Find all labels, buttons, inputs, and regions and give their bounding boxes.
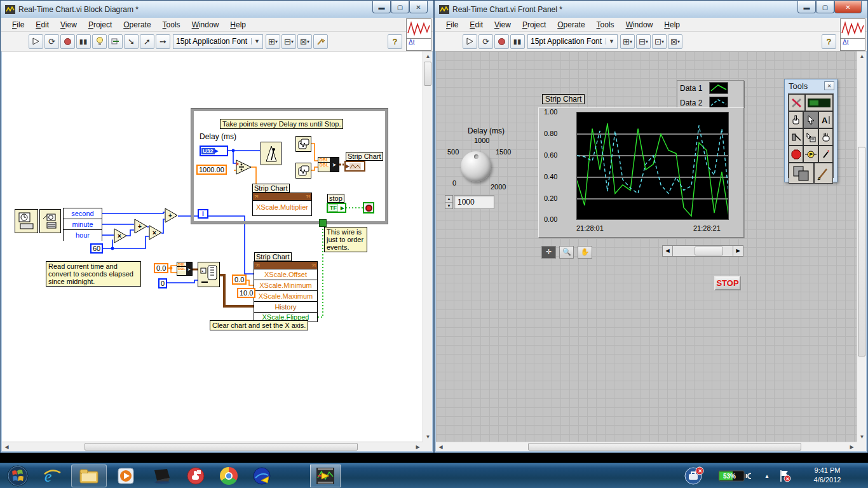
connect-wire-tool[interactable] [789, 128, 803, 146]
set-color-tool[interactable] [789, 163, 814, 184]
zero-float-constant[interactable]: 0.0 [154, 263, 168, 273]
tray-show-hidden-icons[interactable]: ▲ [760, 464, 774, 487]
menu-help[interactable]: Help [658, 19, 686, 30]
knob-value-display[interactable]: 1000 [454, 195, 494, 209]
maximize-button[interactable]: ▢ [816, 1, 834, 13]
loop-condition-terminal[interactable] [363, 202, 374, 214]
unbundle-minute[interactable]: minute [64, 219, 102, 230]
title-bar[interactable]: Real-Time Chart.vi Front Panel * ▬ ▢ ✕ [435, 1, 867, 18]
unbundle-second[interactable]: second [64, 208, 102, 219]
tray-action-center-flag[interactable]: ✕ [776, 464, 793, 487]
probe-tool[interactable]: P [803, 146, 818, 163]
close-button[interactable]: ✕ [409, 1, 428, 13]
resize-grip[interactable] [423, 442, 432, 451]
menu-edit[interactable]: Edit [30, 19, 55, 30]
horizontal-scrollbar[interactable]: ◀ ▶ [2, 442, 423, 451]
vertical-scrollbar[interactable]: ▲ ▼ [857, 51, 866, 442]
clear-comment[interactable]: Clear chart and set the X axis. [210, 320, 308, 330]
font-selector[interactable]: 15pt Application Font▼ [527, 34, 618, 49]
distribute-objects-button[interactable]: ⊟▾ [281, 34, 296, 49]
loop-comment[interactable]: Take points every Delay ms until Stop. [220, 119, 343, 129]
main-node-title[interactable]: Strip Chart [254, 252, 292, 261]
stop-button[interactable]: STOP [714, 276, 741, 290]
run-button[interactable] [463, 34, 477, 49]
step-over-button[interactable]: ➚ [140, 34, 154, 49]
menu-project[interactable]: Project [517, 19, 552, 30]
taskbar-thinkvantage-app[interactable] [149, 464, 174, 487]
tray-clock-date[interactable]: 4/6/2012 [802, 476, 853, 484]
color-copy-tool[interactable] [818, 146, 833, 163]
pause-button[interactable]: ▮▮ [76, 34, 91, 49]
menu-operate[interactable]: Operate [118, 19, 156, 30]
loop-chart-terminal-label[interactable]: Strip Chart [346, 152, 383, 161]
minimize-button[interactable]: ▬ [797, 1, 816, 13]
multiplier-row[interactable]: XScale.Multiplier [253, 201, 311, 215]
prop-xscale-minimum[interactable]: XScale.Minimum [254, 280, 317, 291]
reorder-button[interactable]: ⊠▾ [668, 34, 682, 49]
horizontal-scrollbar[interactable]: ◀ ▶ [436, 442, 857, 451]
taskbar-blue-app[interactable] [249, 464, 275, 487]
menu-view[interactable]: View [489, 19, 517, 30]
wait-ms-node[interactable] [261, 142, 281, 165]
abort-button[interactable] [494, 34, 509, 49]
random-number-node-1[interactable] [295, 136, 311, 152]
multiplier-property-node[interactable]: ?!?! XScale.Multiplier [252, 193, 312, 216]
shortcut-menu-tool[interactable] [803, 128, 818, 146]
menu-window[interactable]: Window [186, 19, 225, 30]
knob-value-spinner[interactable]: ▲ ▼ [445, 195, 453, 209]
xmax-constant[interactable]: 10.0 [237, 288, 255, 298]
auto-tool-button[interactable] [789, 94, 805, 111]
taskbar-labview[interactable] [310, 464, 341, 487]
block-diagram-canvas[interactable]: Take points every Delay ms until Stop. D… [2, 51, 423, 442]
delay-terminal-label[interactable]: Delay (ms) [200, 132, 236, 141]
cursor-movement-button[interactable]: ✛ [541, 246, 556, 259]
prop-history[interactable]: History [254, 302, 317, 313]
cleanup-diagram-button[interactable] [313, 34, 328, 49]
datetime-to-record-node[interactable] [39, 209, 61, 233]
divide-constant[interactable]: 1000.00 [196, 165, 227, 175]
loop-tunnel[interactable] [319, 219, 327, 227]
align-objects-button[interactable]: ⊞▾ [620, 34, 635, 49]
menu-file[interactable]: File [440, 19, 464, 30]
menu-help[interactable]: Help [224, 19, 252, 30]
stop-terminal-label[interactable]: stop [327, 194, 344, 203]
zoom-button[interactable]: 🔍 [559, 246, 574, 259]
time-comment[interactable]: Read current time and convert to seconds… [46, 261, 141, 287]
delay-u32-terminal[interactable]: U32 ▶ [200, 146, 228, 156]
zero-int-constant[interactable]: 0 [158, 278, 167, 288]
sixty-constant[interactable]: 60 [90, 243, 103, 254]
menu-file[interactable]: File [6, 19, 30, 30]
start-button[interactable] [5, 464, 31, 487]
menu-tools[interactable]: Tools [157, 19, 186, 30]
align-objects-button[interactable]: ⊞▾ [266, 34, 280, 49]
xmin-constant[interactable]: 0.0 [232, 274, 247, 285]
menu-tools[interactable]: Tools [591, 19, 620, 30]
close-button[interactable]: ✕ [834, 1, 862, 13]
strip-chart-terminal[interactable]: ▶ [344, 161, 365, 172]
taskbar-chrome[interactable] [216, 464, 241, 487]
divide-node[interactable] [236, 159, 252, 175]
tools-palette-close-button[interactable]: ✕ [824, 81, 834, 90]
run-button[interactable] [29, 34, 43, 49]
menu-view[interactable]: View [55, 19, 83, 30]
random-number-node-2[interactable] [295, 163, 311, 179]
step-into-button[interactable]: ➘ [124, 34, 139, 49]
unbundle-hour[interactable]: hour [64, 230, 102, 241]
taskbar-simpletap-app[interactable] [183, 464, 208, 487]
menu-project[interactable]: Project [83, 19, 118, 30]
resize-objects-button[interactable]: ⊡▾ [652, 34, 667, 49]
bundle-node-loop[interactable]: DBL DBL ➤ [318, 157, 339, 172]
prop-xscale-offset[interactable]: XScale.Offset [254, 269, 317, 280]
reorder-button[interactable]: ⊠▾ [297, 34, 312, 49]
loop-iteration-terminal[interactable]: i [198, 209, 208, 219]
delay-knob[interactable] [461, 151, 491, 182]
font-selector[interactable]: 15pt Application Font▼ [173, 34, 263, 49]
tray-maintenance-icon[interactable]: ✕ [681, 464, 707, 487]
taskbar-internet-explorer[interactable]: e [39, 464, 65, 487]
tray-battery-indicator[interactable]: 53% [717, 464, 752, 487]
menu-window[interactable]: Window [620, 19, 659, 30]
taskbar-media-player[interactable] [113, 464, 139, 487]
plot-legend[interactable]: Data 1 Data 2 [677, 80, 744, 111]
order-comment[interactable]: This wire is just to order events. [324, 227, 367, 252]
multiply-node-2[interactable]: × [149, 225, 163, 240]
